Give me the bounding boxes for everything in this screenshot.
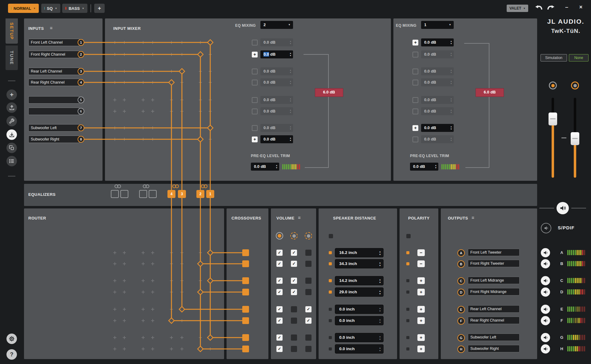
fader-handle-right[interactable] [571,132,579,145]
crossover-node[interactable] [242,306,249,313]
input-channel-number[interactable]: 5 [78,97,84,103]
bracket-line [465,167,489,168]
eq-slot[interactable] [149,190,157,198]
link-icon [172,184,179,188]
input-channel-number[interactable]: 8 [78,136,84,143]
link-icon [115,184,121,188]
eq-band-3[interactable]: 3 [178,190,186,198]
crossover-node[interactable] [242,260,249,267]
link-icon [143,184,149,188]
app-window: NORMAL ▼ SQ ▼ BASS ▼ + VALET ▼ – × SETUP… [0,0,591,364]
input-channel-number[interactable]: 4 [78,79,84,86]
bracket-line [489,43,489,168]
eq-gain-badge[interactable]: 6.0 dB [476,88,504,97]
bracket-line [305,167,329,168]
routing-wires [0,0,591,364]
input-channel-number[interactable]: 6 [78,108,84,115]
input-channel-number[interactable]: 2 [78,51,84,58]
crossover-node[interactable] [242,334,249,341]
crossover-node[interactable] [242,277,249,284]
link-icon [201,184,207,188]
eq-gain-badge[interactable]: 6.0 dB [315,88,343,97]
eq-band-1[interactable]: 1 [206,190,214,198]
eq-slot[interactable] [139,190,147,198]
crossover-node[interactable] [242,317,249,324]
eq-band-2[interactable]: 2 [196,190,204,198]
crossover-node[interactable] [242,346,249,352]
input-channel-number[interactable]: 1 [78,39,84,46]
crossover-node[interactable] [242,249,249,256]
eq-slot[interactable] [111,190,119,198]
fader-handle-left[interactable] [549,113,557,125]
bracket-line [328,54,329,168]
bracket-line [464,43,489,44]
crossover-node[interactable] [242,289,249,295]
input-channel-number[interactable]: 7 [78,125,84,131]
bracket-line [304,54,329,55]
input-channel-number[interactable]: 3 [78,68,84,75]
eq-slot[interactable] [120,190,128,198]
eq-band-4[interactable]: 4 [167,190,175,198]
